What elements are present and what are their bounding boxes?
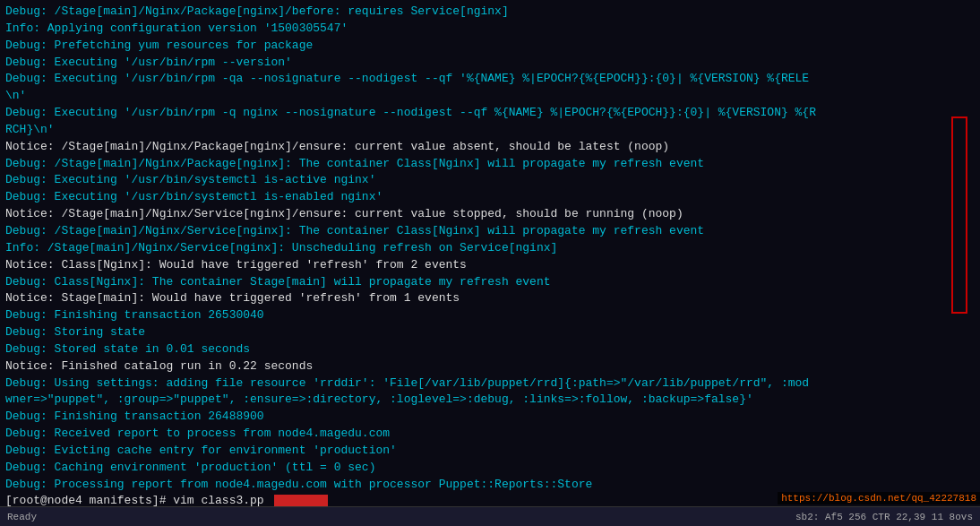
terminal-line: Debug: Stored state in 0.01 seconds xyxy=(5,341,975,358)
terminal-line: Debug: Finishing transaction 26488900 xyxy=(5,409,975,426)
terminal-line: Info: Applying configuration version '15… xyxy=(5,21,975,38)
terminal-cursor xyxy=(274,495,328,506)
terminal-line: Notice: /Stage[main]/Nginx/Service[nginx… xyxy=(5,206,975,223)
terminal-line: Debug: Executing '/usr/bin/systemctl is-… xyxy=(5,189,975,206)
terminal-line: Notice: Class[Nginx]: Would have trigger… xyxy=(5,257,975,274)
terminal-line: Debug: Executing '/usr/bin/systemctl is-… xyxy=(5,172,975,189)
terminal-content: Debug: /Stage[main]/Nginx/Package[nginx]… xyxy=(5,4,975,506)
terminal-line: Debug: Received report to process from n… xyxy=(5,426,975,443)
terminal-line: RCH}\n' xyxy=(5,122,975,139)
terminal-line: Debug: /Stage[main]/Nginx/Package[nginx]… xyxy=(5,4,975,21)
terminal-line: Debug: Class[Nginx]: The container Stage… xyxy=(5,274,975,291)
terminal-line: Info: /Stage[main]/Nginx/Service[nginx]:… xyxy=(5,240,975,257)
terminal-line: Debug: Executing '/usr/bin/rpm -q nginx … xyxy=(5,105,975,122)
terminal-line: \n' xyxy=(5,88,975,105)
terminal-line: Debug: Evicting cache entry for environm… xyxy=(5,443,975,460)
terminal-line: Notice: Stage[main]: Would have triggere… xyxy=(5,290,975,307)
terminal-line: Debug: Executing '/usr/bin/rpm -qa --nos… xyxy=(5,71,975,88)
terminal-line: Debug: /Stage[main]/Nginx/Service[nginx]… xyxy=(5,223,975,240)
terminal-line: Debug: Using settings: adding file resou… xyxy=(5,375,975,392)
terminal-line: Debug: Prefetching yum resources for pac… xyxy=(5,38,975,55)
terminal-line: Notice: Finished catalog run in 0.22 sec… xyxy=(5,358,975,375)
terminal-line: Debug: Executing '/usr/bin/rpm --version… xyxy=(5,55,975,72)
status-info: sb2: Af5 256 CTR 22,39 11 8ovs xyxy=(795,512,973,522)
terminal-line: Debug: Caching environment 'production' … xyxy=(5,460,975,477)
terminal-line: Notice: /Stage[main]/Nginx/Package[nginx… xyxy=(5,139,975,156)
terminal-line: Debug: Storing state xyxy=(5,324,975,341)
status-bar: Ready sb2: Af5 256 CTR 22,39 11 8ovs xyxy=(0,506,980,526)
watermark: https://blog.csdn.net/qq_42227818 xyxy=(778,492,980,504)
status-ready: Ready xyxy=(7,512,37,522)
terminal-body: Debug: /Stage[main]/Nginx/Package[nginx]… xyxy=(0,0,980,506)
terminal-line: wner=>"puppet", :group=>"puppet", :ensur… xyxy=(5,392,975,409)
terminal-line: Debug: /Stage[main]/Nginx/Package[nginx]… xyxy=(5,156,975,173)
terminal-line: Debug: Processing report from node4.mage… xyxy=(5,477,975,494)
terminal-line: Debug: Finishing transaction 26530040 xyxy=(5,307,975,324)
terminal-window: Debug: /Stage[main]/Nginx/Package[nginx]… xyxy=(0,0,980,526)
